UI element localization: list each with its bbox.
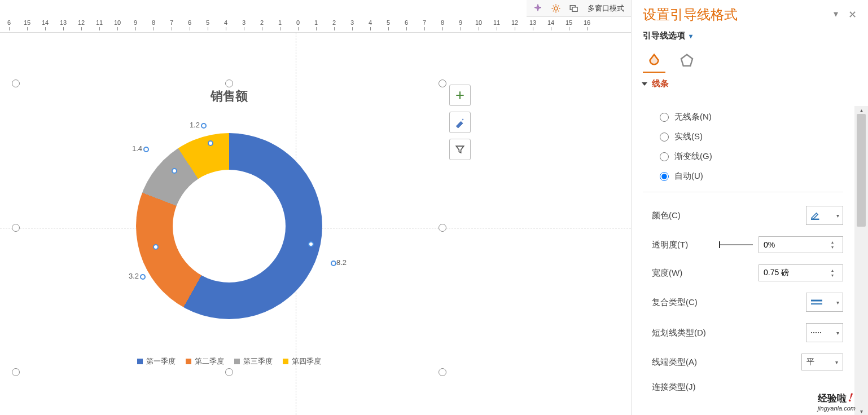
resize-handle-tc[interactable]	[225, 80, 233, 87]
ruler-tick: 10	[470, 19, 488, 26]
triangle-down-icon	[642, 82, 647, 86]
ruler-tick: 15	[560, 19, 578, 26]
panel-menu-icon[interactable]: ▾	[834, 8, 838, 21]
resize-handle-tl[interactable]	[12, 80, 20, 87]
resize-handle-bl[interactable]	[12, 368, 20, 376]
gear-icon[interactable]	[548, 2, 564, 15]
panel-title: 设置引导线格式	[643, 6, 738, 24]
chart-title[interactable]: 销售额	[16, 88, 442, 105]
ruler-tick: 2	[325, 19, 343, 26]
ruler-tick: 7	[415, 19, 433, 26]
line-type-radio-group: 无线条(N) 实线(S) 渐变线(G) 自动(U)	[643, 106, 843, 187]
transparency-input[interactable]: ▴▾	[759, 236, 843, 253]
tab-effects[interactable]	[676, 50, 698, 73]
ruler-tick: 10	[108, 19, 126, 26]
chart-styles-button[interactable]	[449, 112, 471, 133]
ruler-tick: 13	[524, 19, 542, 26]
scroll-up-icon[interactable]: ▴	[854, 106, 868, 114]
compound-type-button[interactable]: ▾	[806, 293, 843, 312]
divider	[643, 192, 843, 192]
panel-tabs	[632, 47, 868, 75]
horizontal-ruler: 6151413121110987654321012345678910111213…	[0, 17, 631, 33]
prop-transparency: 透明度(T) ▴▾	[643, 231, 843, 259]
panel-subheader[interactable]: 引导线选项 ▾	[632, 28, 868, 47]
panel-header: 设置引导线格式 ▾ ✕	[632, 0, 868, 28]
ruler-tick: 4	[217, 19, 235, 26]
svg-rect-1	[572, 7, 577, 11]
ruler-tick: 3	[235, 19, 253, 26]
chevron-down-icon: ▾	[687, 32, 692, 40]
data-label-q2[interactable]: 3.2	[129, 272, 146, 280]
resize-handle-tr[interactable]	[439, 80, 446, 87]
swatch-icon	[186, 359, 191, 364]
data-label-q1[interactable]: 8.2	[330, 258, 347, 267]
ruler-tick: 11	[90, 19, 108, 26]
watermark: 经验啦 ! jingyanla.com	[818, 390, 856, 412]
ruler-tick: 2	[253, 19, 271, 26]
width-input[interactable]: ▴▾	[759, 264, 843, 281]
prop-compound: 复合类型(C) ▾	[643, 287, 843, 317]
color-picker-button[interactable]: ▾	[806, 206, 843, 225]
legend-item[interactable]: 第四季度	[283, 356, 321, 367]
dash-type-button[interactable]: ▾	[806, 323, 843, 342]
chart-quick-buttons	[449, 85, 471, 160]
ruler-tick: 6	[181, 19, 199, 26]
ruler-tick: 9	[126, 19, 144, 26]
prop-width: 宽度(W) ▴▾	[643, 259, 843, 287]
prop-cap: 线端类型(A) 平▾	[643, 348, 843, 376]
swatch-icon	[234, 359, 240, 364]
chart-object[interactable]: 销售额 8.2 3.2 1.4 1.2 第一季度 第二季度 第三季度 第四季度	[16, 83, 442, 372]
chart-legend[interactable]: 第一季度 第二季度 第三季度 第四季度	[16, 356, 442, 367]
ruler-tick: 7	[163, 19, 181, 26]
multi-window-label[interactable]: 多窗口模式	[584, 3, 628, 14]
legend-item[interactable]: 第二季度	[186, 356, 224, 367]
svg-rect-2	[811, 219, 819, 220]
slide-canvas[interactable]: 销售额 8.2 3.2 1.4 1.2 第一季度 第二季度 第三季度 第四季度	[0, 33, 631, 415]
radio-solid-line[interactable]: 实线(S)	[660, 131, 843, 142]
ruler-tick: 16	[578, 19, 596, 26]
ruler-tick: 15	[18, 19, 36, 26]
leader-marker	[172, 168, 177, 174]
tab-fill-line[interactable]	[643, 50, 665, 73]
chart-plot-area[interactable]: 8.2 3.2 1.4 1.2	[16, 105, 442, 342]
resize-handle-bc[interactable]	[225, 368, 233, 376]
chart-elements-button[interactable]	[449, 85, 471, 106]
format-panel: 设置引导线格式 ▾ ✕ 引导线选项 ▾ 线条 无线条(N) 实线(S) 渐变线(…	[631, 0, 868, 415]
panel-body: 无线条(N) 实线(S) 渐变线(G) 自动(U) 颜色(C) ▾ 透明度(T)…	[632, 106, 854, 415]
radio-no-line[interactable]: 无线条(N)	[660, 112, 843, 122]
transparency-slider[interactable]	[719, 244, 753, 245]
panel-scrollbar[interactable]: ▴ ▾	[854, 106, 868, 415]
donut-chart[interactable]	[136, 133, 322, 319]
ruler-tick: 6	[0, 19, 18, 26]
legend-item[interactable]: 第一季度	[137, 356, 176, 367]
ruler-tick: 14	[36, 19, 54, 26]
radio-auto-line[interactable]: 自动(U)	[660, 171, 843, 182]
data-label-q4[interactable]: 1.2	[190, 121, 207, 129]
ruler-tick: 9	[451, 19, 470, 26]
prop-dash: 短划线类型(D) ▾	[643, 317, 843, 348]
sparkle-icon[interactable]	[530, 2, 546, 15]
section-header-line[interactable]: 线条	[632, 75, 868, 92]
scroll-down-icon[interactable]: ▾	[854, 407, 868, 415]
legend-item[interactable]: 第三季度	[234, 356, 273, 367]
ruler-tick: 1	[271, 19, 289, 26]
cap-type-select[interactable]: 平▾	[801, 354, 843, 370]
close-icon[interactable]: ✕	[848, 8, 857, 21]
scroll-thumb[interactable]	[857, 114, 866, 227]
ruler-tick: 6	[397, 19, 415, 26]
windows-icon[interactable]	[566, 2, 582, 15]
ruler-tick: 12	[72, 19, 90, 26]
ruler-tick: 8	[144, 19, 163, 26]
ruler-tick: 0	[289, 19, 307, 26]
ruler-tick: 3	[343, 19, 361, 26]
swatch-icon	[283, 359, 288, 364]
top-toolbar: 多窗口模式	[527, 0, 631, 17]
data-label-q3[interactable]: 1.4	[132, 144, 149, 153]
ruler-tick: 14	[542, 19, 560, 26]
ruler-tick: 13	[54, 19, 72, 26]
radio-gradient-line[interactable]: 渐变线(G)	[660, 151, 843, 162]
swatch-icon	[137, 359, 143, 364]
resize-handle-br[interactable]	[439, 368, 446, 376]
chart-filter-button[interactable]	[449, 139, 471, 160]
ruler-tick: 12	[506, 19, 524, 26]
